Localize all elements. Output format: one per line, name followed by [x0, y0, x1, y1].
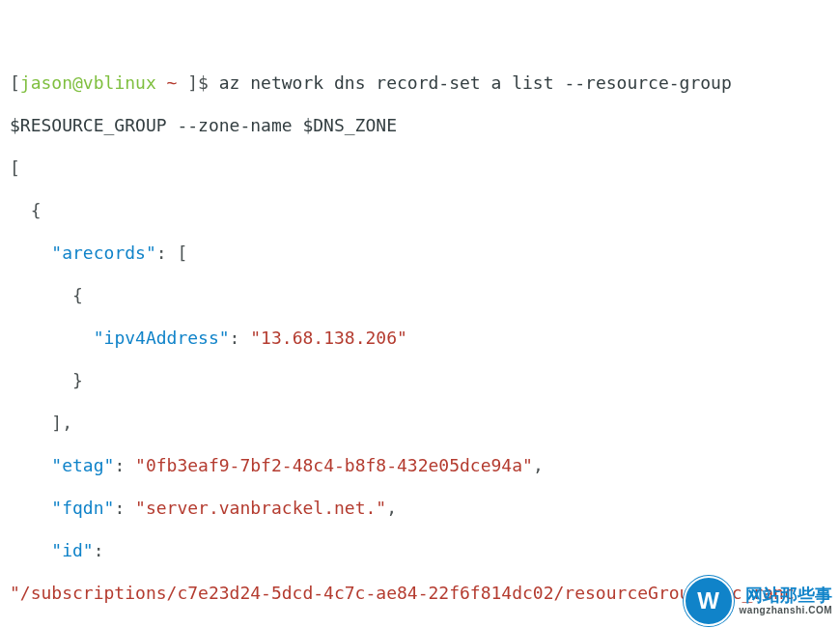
json-indent [10, 243, 51, 263]
json-indent [10, 455, 51, 475]
json-indent [10, 540, 51, 560]
json-colon: : [114, 455, 135, 475]
json-array-close: ], [10, 413, 72, 433]
prompt-close: ]$ [187, 72, 219, 93]
json-indent [10, 498, 51, 518]
json-object-open: { [10, 200, 42, 220]
json-key-id: "id" [51, 540, 93, 560]
json-value-etag: "0fb3eaf9-7bf2-48c4-b8f8-432e05dce94a" [135, 455, 533, 475]
json-colon: : [ [156, 243, 188, 263]
json-value-id-1: "/subscriptions/c7e23d24-5dcd-4c7c-ae84-… [10, 583, 795, 603]
json-key-etag: "etag" [51, 455, 114, 475]
json-key-fqdn: "fqdn" [51, 498, 114, 518]
json-colon: : [230, 328, 251, 348]
json-key-ipv4: "ipv4Address" [94, 328, 230, 348]
command-line-2: $RESOURCE_GROUP --zone-name $DNS_ZONE [10, 115, 397, 135]
json-colon: : [94, 540, 104, 560]
terminal-output: [jason@vblinux ~ ]$ az network dns recor… [0, 0, 840, 628]
json-inner-close: } [10, 370, 83, 390]
prompt-user-host: jason@vblinux [20, 72, 156, 93]
prompt-open: [ [10, 72, 20, 93]
prompt-tilde: ~ [156, 72, 188, 93]
json-indent [10, 328, 94, 348]
json-comma: , [386, 498, 397, 518]
json-bracket-open: [ [10, 157, 20, 178]
json-key-arecords: "arecords" [51, 243, 155, 263]
json-comma: , [533, 455, 544, 475]
command-line-1: az network dns record-set a list --resou… [219, 72, 732, 93]
json-inner-open: { [10, 285, 83, 305]
json-value-ipv4: "13.68.138.206" [250, 328, 407, 348]
json-value-fqdn: "server.vanbrackel.net." [135, 498, 386, 518]
json-colon: : [114, 498, 135, 518]
